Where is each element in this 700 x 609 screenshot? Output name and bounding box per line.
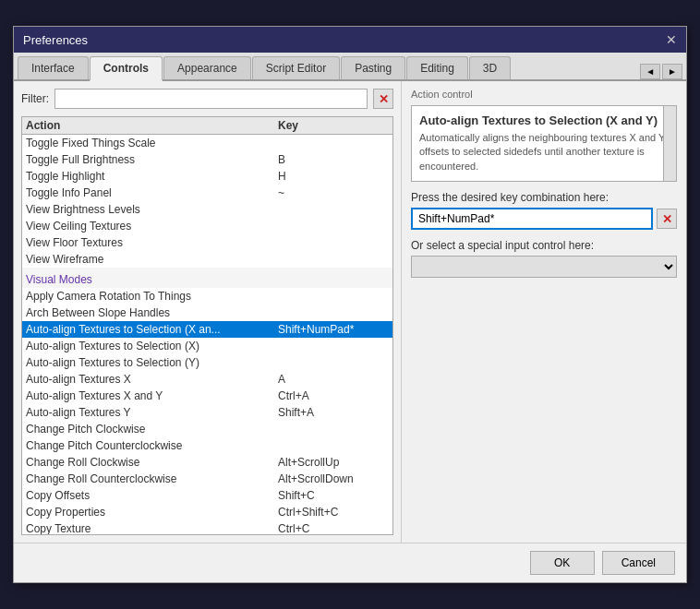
action-key xyxy=(278,306,389,319)
list-item: Visual Modes xyxy=(22,268,392,288)
ok-button[interactable]: OK xyxy=(530,551,595,575)
action-key xyxy=(278,236,389,249)
action-name: Auto-align Textures Y xyxy=(26,406,278,419)
list-item[interactable]: Auto-align Textures to Selection (Y) xyxy=(22,354,392,371)
action-key xyxy=(278,203,389,216)
action-name: Change Pitch Counterclockwise xyxy=(26,439,278,452)
tab-bar: Interface Controls Appearance Script Edi… xyxy=(14,53,686,81)
action-name: Apply Camera Rotation To Things xyxy=(26,290,278,303)
action-key: Ctrl+A xyxy=(278,389,389,402)
list-item[interactable]: View Brightness Levels xyxy=(22,201,392,218)
action-list: Toggle Fixed Things ScaleToggle Full Bri… xyxy=(22,135,392,534)
list-item[interactable]: Copy TextureCtrl+C xyxy=(22,520,392,534)
col-action-header: Action xyxy=(26,119,278,132)
action-name: View Ceiling Textures xyxy=(26,220,278,233)
key-combo-section: Press the desired key combination here: … xyxy=(411,191,677,230)
list-item[interactable]: Toggle HighlightH xyxy=(22,168,392,185)
title-bar: Preferences ✕ xyxy=(14,27,686,53)
action-list-header: Action Key xyxy=(22,117,392,135)
action-name: Toggle Fixed Things Scale xyxy=(26,137,278,149)
action-name: Copy Offsets xyxy=(26,489,278,502)
key-combo-clear-button[interactable]: ✕ xyxy=(657,209,677,229)
action-name: Copy Texture xyxy=(26,522,278,534)
action-key: A xyxy=(278,373,389,386)
action-name: Auto-align Textures X xyxy=(26,373,278,386)
list-item[interactable]: View Ceiling Textures xyxy=(22,218,392,234)
tab-appearance[interactable]: Appearance xyxy=(163,56,251,79)
action-detail-desc: Automatically aligns the neighbouring te… xyxy=(419,131,669,173)
tab-nav: ◄ ► xyxy=(640,64,682,79)
tab-editing[interactable]: Editing xyxy=(406,56,468,79)
close-button[interactable]: ✕ xyxy=(666,32,677,47)
tab-controls[interactable]: Controls xyxy=(90,56,163,81)
action-list-container: Action Key Toggle Fixed Things ScaleTogg… xyxy=(21,116,393,535)
left-panel: Filter: ✕ Action Key Toggle Fixed Things… xyxy=(14,81,402,543)
preferences-window: Preferences ✕ Interface Controls Appeara… xyxy=(13,26,687,583)
action-key: ~ xyxy=(278,186,389,199)
filter-row: Filter: ✕ xyxy=(21,89,393,109)
main-content: Filter: ✕ Action Key Toggle Fixed Things… xyxy=(14,81,686,543)
action-name: Visual Modes xyxy=(26,273,389,286)
tab-next-button[interactable]: ► xyxy=(662,64,682,79)
action-key xyxy=(278,439,389,452)
list-item[interactable]: Change Roll ClockwiseAlt+ScrollUp xyxy=(22,454,392,471)
special-input-select[interactable] xyxy=(411,256,677,278)
list-item[interactable]: Toggle Info Panel~ xyxy=(22,185,392,201)
list-item[interactable]: Copy PropertiesCtrl+Shift+C xyxy=(22,504,392,520)
action-key xyxy=(278,220,389,233)
tab-script-editor[interactable]: Script Editor xyxy=(252,56,340,79)
list-item[interactable]: Change Roll CounterclockwiseAlt+ScrollDo… xyxy=(22,471,392,487)
footer: OK Cancel xyxy=(14,543,686,582)
action-key: Ctrl+C xyxy=(278,522,389,534)
list-item[interactable]: View Floor Textures xyxy=(22,234,392,251)
action-detail-box: Auto-align Textures to Selection (X and … xyxy=(411,105,677,182)
detail-scrollbar[interactable] xyxy=(663,106,676,181)
list-item[interactable]: Auto-align Textures to Selection (X an..… xyxy=(22,321,392,338)
action-name: Auto-align Textures to Selection (Y) xyxy=(26,356,278,369)
cancel-button[interactable]: Cancel xyxy=(602,551,675,575)
action-name: Arch Between Slope Handles xyxy=(26,306,278,319)
action-key: Alt+ScrollUp xyxy=(278,456,389,469)
action-key xyxy=(278,253,389,266)
list-item[interactable]: Copy OffsetsShift+C xyxy=(22,487,392,504)
key-combo-label: Press the desired key combination here: xyxy=(411,191,677,204)
tab-interface[interactable]: Interface xyxy=(18,56,89,79)
action-name: View Wireframe xyxy=(26,253,278,266)
action-name: View Brightness Levels xyxy=(26,203,278,216)
action-key: Shift+A xyxy=(278,406,389,419)
filter-label: Filter: xyxy=(21,92,49,105)
action-key: Shift+NumPad* xyxy=(278,323,389,336)
list-item[interactable]: Change Pitch Clockwise xyxy=(22,421,392,437)
list-item[interactable]: Auto-align Textures X and YCtrl+A xyxy=(22,388,392,404)
action-key: Ctrl+Shift+C xyxy=(278,506,389,519)
action-control-title: Action control xyxy=(411,89,677,100)
action-key xyxy=(278,290,389,303)
action-name: Toggle Full Brightness xyxy=(26,153,278,166)
tab-pasting[interactable]: Pasting xyxy=(341,56,405,79)
action-key xyxy=(278,356,389,369)
col-key-header: Key xyxy=(278,119,389,132)
key-combo-row: ✕ xyxy=(411,208,677,230)
action-name: Auto-align Textures to Selection (X) xyxy=(26,340,278,352)
list-item[interactable]: Auto-align Textures YShift+A xyxy=(22,404,392,421)
list-item[interactable]: Change Pitch Counterclockwise xyxy=(22,437,392,454)
list-item[interactable]: Apply Camera Rotation To Things xyxy=(22,288,392,304)
action-name: Toggle Info Panel xyxy=(26,186,278,199)
filter-input[interactable] xyxy=(54,89,368,109)
tab-3d[interactable]: 3D xyxy=(469,56,511,79)
tab-prev-button[interactable]: ◄ xyxy=(640,64,660,79)
right-panel: Action control Auto-align Textures to Se… xyxy=(402,81,686,543)
filter-clear-button[interactable]: ✕ xyxy=(373,89,393,109)
action-detail-title: Auto-align Textures to Selection (X and … xyxy=(419,113,669,127)
action-key xyxy=(278,137,389,149)
action-key: Shift+C xyxy=(278,489,389,502)
key-combo-input[interactable] xyxy=(411,208,653,230)
list-item[interactable]: Auto-align Textures to Selection (X) xyxy=(22,338,392,354)
list-item[interactable]: Auto-align Textures XA xyxy=(22,371,392,388)
list-item[interactable]: Arch Between Slope Handles xyxy=(22,304,392,321)
action-name: Toggle Highlight xyxy=(26,170,278,183)
list-item[interactable]: View Wireframe xyxy=(22,251,392,268)
list-item[interactable]: Toggle Fixed Things Scale xyxy=(22,135,392,151)
action-name: View Floor Textures xyxy=(26,236,278,249)
list-item[interactable]: Toggle Full BrightnessB xyxy=(22,151,392,168)
